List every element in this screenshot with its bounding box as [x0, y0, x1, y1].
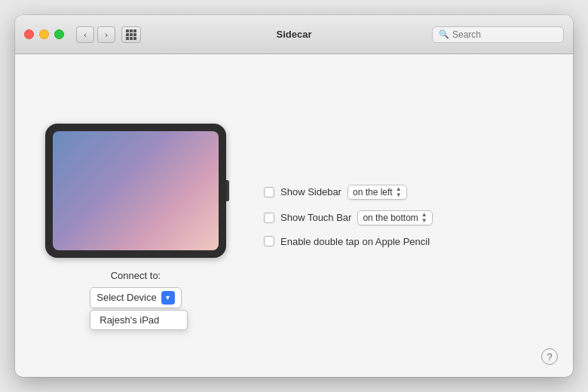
select-device-label: Select Device: [96, 292, 156, 303]
show-sidebar-checkbox[interactable]: [264, 187, 274, 198]
double-tap-row: Enable double tap on Apple Pencil: [264, 236, 433, 247]
device-dropdown[interactable]: Rajesh's iPad: [90, 310, 188, 330]
sidebar-position-arrows: ▲ ▼: [396, 186, 402, 198]
ipad-frame: [45, 124, 226, 258]
forward-icon: ›: [105, 30, 108, 39]
sidecar-window: ‹ › Sidecar 🔍: [15, 15, 573, 377]
show-touchbar-row: Show Touch Bar on the bottom ▲ ▼: [264, 210, 433, 225]
search-icon: 🔍: [439, 29, 449, 39]
show-touchbar-checkbox[interactable]: [264, 213, 274, 223]
touchbar-position-value: on the bottom: [363, 213, 418, 223]
minimize-button[interactable]: [39, 29, 49, 39]
connect-section: Connect to: Select Device ▾ Rajesh's iPa…: [90, 270, 181, 308]
back-button[interactable]: ‹: [76, 26, 94, 43]
ipad-side-button: [226, 180, 229, 201]
titlebar: ‹ › Sidecar 🔍: [15, 15, 573, 54]
traffic-lights: [24, 29, 64, 39]
search-bar[interactable]: 🔍: [432, 26, 564, 43]
connect-label: Connect to:: [111, 270, 161, 281]
ipad-screen: [53, 131, 219, 250]
help-button[interactable]: ?: [541, 348, 558, 365]
select-device-arrow: ▾: [161, 291, 175, 305]
down-arrow-icon: ▼: [396, 192, 402, 198]
double-tap-label: Enable double tap on Apple Pencil: [280, 236, 430, 247]
sidebar-position-select[interactable]: on the left ▲ ▼: [348, 185, 407, 200]
main-content: Connect to: Select Device ▾ Rajesh's iPa…: [15, 54, 573, 377]
help-icon: ?: [547, 351, 552, 363]
close-button[interactable]: [24, 29, 34, 39]
nav-buttons: ‹ ›: [76, 26, 141, 43]
touchbar-position-select[interactable]: on the bottom ▲ ▼: [357, 210, 432, 225]
grid-icon: [126, 29, 136, 40]
maximize-button[interactable]: [54, 29, 64, 39]
dropdown-item-ipad[interactable]: Rajesh's iPad: [90, 311, 187, 329]
touchbar-position-arrows: ▲ ▼: [421, 212, 427, 224]
ipad-container: Connect to: Select Device ▾ Rajesh's iPa…: [45, 124, 226, 308]
chevron-down-icon: ▾: [166, 293, 170, 302]
down-arrow-icon2: ▼: [421, 218, 427, 224]
options-panel: Show Sidebar on the left ▲ ▼ Show Touch …: [264, 185, 433, 247]
show-sidebar-label: Show Sidebar: [280, 186, 341, 198]
grid-button[interactable]: [121, 26, 141, 43]
double-tap-checkbox[interactable]: [264, 236, 274, 247]
show-touchbar-label: Show Touch Bar: [280, 212, 351, 223]
show-sidebar-row: Show Sidebar on the left ▲ ▼: [264, 185, 433, 200]
window-content-wrapper: Connect to: Select Device ▾ Rajesh's iPa…: [15, 54, 573, 377]
forward-button[interactable]: ›: [97, 26, 115, 43]
back-icon: ‹: [84, 30, 87, 39]
sidebar-position-value: on the left: [353, 187, 393, 198]
window-title: Sidecar: [277, 29, 312, 40]
select-device-button[interactable]: Select Device ▾: [90, 287, 181, 308]
search-input[interactable]: [452, 29, 557, 40]
